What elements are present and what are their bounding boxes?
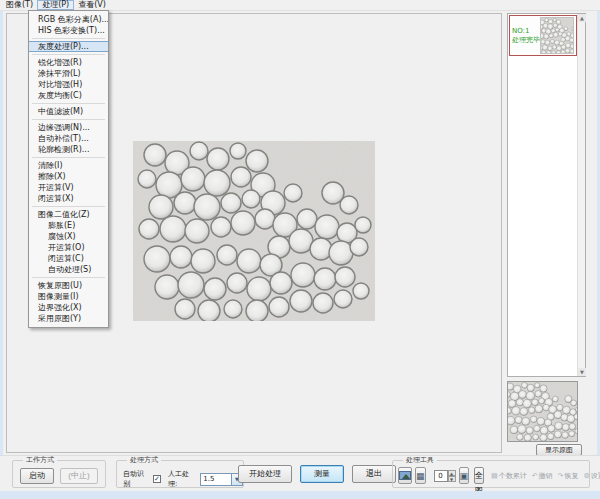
scroll-down-icon[interactable]: ▼ <box>578 368 586 376</box>
menu-item[interactable]: 恢复原图(U) <box>29 280 108 291</box>
spinner-arrows[interactable]: ▲▼ <box>448 470 456 482</box>
stop-button: (中止) <box>60 468 98 484</box>
menu-item[interactable]: 擦除(X) <box>29 171 108 182</box>
menubar-item[interactable]: 处理(P) <box>37 0 74 10</box>
work-mode-group-label: 工作方式 <box>23 456 57 465</box>
target-icon: ▣ <box>460 471 469 481</box>
combobox-value: 1.5 <box>201 475 231 483</box>
menu-item[interactable]: 开运算(V) <box>29 182 108 193</box>
spin-down-icon[interactable]: ▼ <box>448 476 456 482</box>
list-item[interactable]: NO:1 处理完毕 <box>509 15 577 56</box>
grid-tool-button[interactable]: ▦ <box>415 467 426 484</box>
menu-item[interactable]: 轮廓检测(R)... <box>29 144 108 155</box>
menu-item[interactable]: 对比增强(H) <box>29 79 108 90</box>
action-button[interactable]: 测量 <box>300 465 344 483</box>
menu-item[interactable]: 涂抹平滑(L) <box>29 68 108 79</box>
action-button[interactable]: 开始处理 <box>238 465 292 483</box>
menu-item[interactable]: 清除(I) <box>29 160 108 171</box>
count-spinner[interactable]: 0 ▲▼ <box>434 470 456 482</box>
menubar-item[interactable]: 图像(T) <box>2 0 37 10</box>
action-buttons: 开始处理测量退出 <box>238 465 396 483</box>
select-tool-button[interactable]: ▣ <box>459 467 470 484</box>
tool-label: ↶撤销 <box>532 471 553 481</box>
status-strip <box>0 491 600 499</box>
manual-mode-label: 人工处理: <box>168 469 197 489</box>
list-item-thumbnail <box>540 17 574 54</box>
specimen-image <box>133 141 375 321</box>
menu-separator <box>32 38 105 39</box>
menu-item[interactable]: 开运算(O) <box>29 242 108 253</box>
tools-group-label: 处理工具 <box>403 456 437 465</box>
menu-separator <box>32 206 105 207</box>
menu-item[interactable]: 灰度处理(P)... <box>29 41 108 52</box>
menu-separator <box>32 277 105 278</box>
tool-icon: ▤ <box>491 472 498 480</box>
menu-item[interactable]: HIS 色彩变换(T)... <box>29 25 108 36</box>
menu-item[interactable]: 膨胀(E) <box>29 220 108 231</box>
menu-item[interactable]: 自动处理(S) <box>29 264 108 275</box>
menu-item[interactable]: 闭运算(C) <box>29 253 108 264</box>
bottom-toolbar: 工作方式 启动 (中止) 处理方式 自动识别 ✓ 人工处理: 1.5 ▼ 开始处… <box>0 455 600 491</box>
extra-tools: ▤个数累计↶撤销↷恢复⚙设置 <box>491 471 600 481</box>
action-button[interactable]: 退出 <box>352 465 396 483</box>
menu-item[interactable]: 自动补偿(T)... <box>29 133 108 144</box>
menu-separator <box>32 157 105 158</box>
menu-item[interactable]: 灰度均衡(C) <box>29 90 108 101</box>
list-scrollbar[interactable]: ▲ ▼ <box>577 14 585 376</box>
tools-group: 处理工具 ▦ 0 ▲▼ ▣ 全图 ▤个数累计↶撤销↷恢复⚙设置 <box>392 460 590 488</box>
menu-item[interactable]: 闭运算(X) <box>29 193 108 204</box>
work-mode-group: 工作方式 启动 (中止) <box>12 460 106 488</box>
menu-item[interactable]: 中值滤波(M) <box>29 106 108 117</box>
count-value: 0 <box>434 470 448 482</box>
auto-mode-label: 自动识别 <box>123 469 150 489</box>
menu-item[interactable]: 边缘强调(N)... <box>29 122 108 133</box>
tool-label: ▤个数累计 <box>491 471 527 481</box>
menu-separator <box>32 119 105 120</box>
manual-mode-combobox[interactable]: 1.5 ▼ <box>200 473 243 486</box>
particles-picture <box>133 141 375 321</box>
list-item-text: NO:1 处理完毕 <box>510 27 540 45</box>
list-item-number: NO:1 <box>512 27 540 36</box>
window-frame-left <box>0 11 3 499</box>
menu-item[interactable]: 腐蚀(X) <box>29 231 108 242</box>
menu-separator <box>32 103 105 104</box>
processing-menu: RGB 色彩分离(A)...HIS 色彩变换(T)...灰度处理(P)...锐化… <box>28 10 109 328</box>
process-mode-group: 处理方式 自动识别 ✓ 人工处理: 1.5 ▼ <box>116 460 244 488</box>
menu-item[interactable]: 边界强化(X) <box>29 302 108 313</box>
tool-icon: ↷ <box>558 472 564 480</box>
image-list[interactable]: NO:1 处理完毕 ▲ ▼ <box>507 13 586 377</box>
grid-icon: ▦ <box>416 471 425 481</box>
image-tool-button[interactable] <box>398 467 412 484</box>
menu-item[interactable]: 图像测量(I) <box>29 291 108 302</box>
scroll-up-icon[interactable]: ▲ <box>578 14 586 22</box>
menu-item[interactable]: RGB 色彩分离(A)... <box>29 14 108 25</box>
tool-label: ⚙设置 <box>583 471 600 481</box>
menu-item[interactable]: 采用原图(Y) <box>29 313 108 324</box>
menu-item[interactable]: 图像二值化(Z) <box>29 209 108 220</box>
preview-thumbnail <box>507 381 578 442</box>
process-mode-group-label: 处理方式 <box>127 456 161 465</box>
menu-item[interactable]: 锐化增强(R) <box>29 57 108 68</box>
menu-separator <box>32 54 105 55</box>
tool-icon: ⚙ <box>583 472 589 480</box>
tool-icon: ↶ <box>532 472 538 480</box>
menubar-item[interactable]: 查看(V) <box>74 0 110 10</box>
fit-view-button[interactable]: 全图 <box>474 467 484 484</box>
tool-label: ↷恢复 <box>558 471 579 481</box>
list-item-status: 处理完毕 <box>512 36 540 45</box>
image-icon <box>399 471 411 480</box>
start-button[interactable]: 启动 <box>20 468 54 484</box>
auto-mode-checkbox[interactable]: ✓ <box>153 475 161 483</box>
